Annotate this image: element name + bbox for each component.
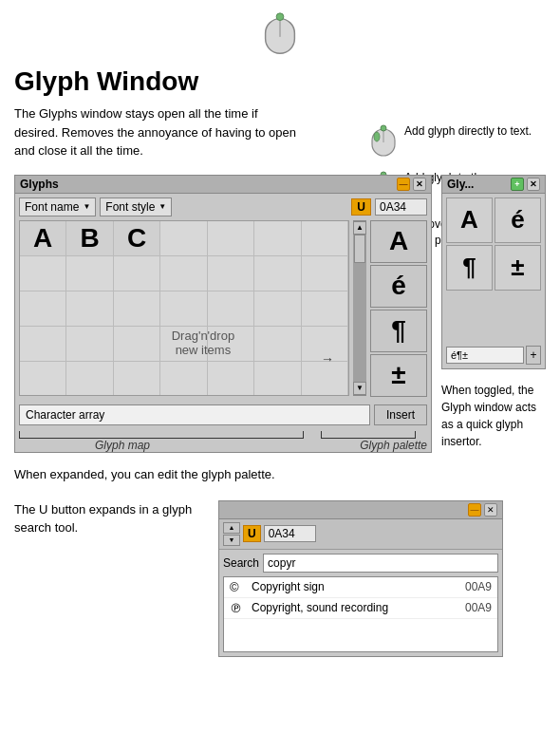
insert-button[interactable]: Insert bbox=[374, 404, 427, 425]
legend-mouse-1 bbox=[370, 123, 397, 160]
grid-cell-empty-3[interactable] bbox=[254, 221, 301, 256]
gly-titlebar: Gly... + ✕ bbox=[442, 176, 545, 194]
gly-bottom: é¶± + bbox=[442, 342, 545, 368]
gly-window: Gly... + ✕ A é ¶ ± é¶± + bbox=[441, 175, 546, 369]
svg-point-2 bbox=[276, 13, 284, 21]
grid-cell-r3-6[interactable] bbox=[254, 291, 301, 327]
grid-cell-r5-7[interactable] bbox=[302, 362, 348, 396]
search-unicode-display[interactable]: 0A34 bbox=[264, 525, 316, 542]
search-titlebar: — ✕ bbox=[219, 501, 502, 519]
palette-cell-e-accent[interactable]: é bbox=[370, 265, 427, 308]
grid-cell-c[interactable]: C bbox=[114, 221, 160, 256]
unicode-input[interactable]: 0A34 bbox=[375, 198, 427, 216]
grid-cell-empty-1[interactable] bbox=[160, 221, 207, 256]
main-content: Glyphs — ✕ Font name ▼ Font style ▼ U 0A… bbox=[14, 175, 546, 453]
grid-cell-r2-4[interactable] bbox=[160, 256, 207, 291]
nav-down-button[interactable]: ▼ bbox=[223, 535, 240, 546]
u-button[interactable]: U bbox=[351, 198, 371, 216]
grid-cell-a[interactable]: A bbox=[20, 221, 66, 256]
grid-cell-r2-3[interactable] bbox=[114, 256, 160, 291]
grid-cell-r3-5[interactable] bbox=[208, 291, 254, 327]
grid-cell-r5-6[interactable] bbox=[254, 362, 301, 396]
font-name-select[interactable]: Font name ▼ bbox=[19, 197, 96, 216]
legend-item-1: Add glyph directly to text. bbox=[370, 123, 536, 160]
grid-cell-r5-3[interactable] bbox=[114, 362, 160, 396]
font-name-arrow: ▼ bbox=[83, 202, 90, 211]
result-code-2: 00A9 bbox=[465, 601, 492, 614]
gly-title: Gly... bbox=[447, 178, 474, 191]
glyph-map-label: Glyph map bbox=[95, 439, 150, 452]
palette-cell-a[interactable]: A bbox=[370, 220, 427, 263]
grid-cell-r4-6[interactable] bbox=[254, 327, 301, 362]
font-style-arrow: ▼ bbox=[159, 202, 166, 211]
grid-cell-r2-6[interactable] bbox=[254, 256, 301, 291]
grid-cell-r5-1[interactable] bbox=[20, 362, 66, 396]
right-panel: Gly... + ✕ A é ¶ ± é¶± + When toggle bbox=[441, 175, 546, 453]
palette-cell-pilcrow[interactable]: ¶ bbox=[370, 310, 427, 352]
gly-cell-a[interactable]: A bbox=[446, 197, 493, 243]
palette-cell-plusminus[interactable]: ± bbox=[370, 354, 427, 397]
grid-cell-empty-4[interactable] bbox=[302, 221, 348, 256]
scrollbar-up-button[interactable]: ▲ bbox=[353, 221, 366, 235]
scrollbar-track bbox=[353, 235, 366, 382]
glyphs-window: Glyphs — ✕ Font name ▼ Font style ▼ U 0A… bbox=[14, 175, 432, 453]
char-array-input[interactable]: Character array bbox=[19, 404, 370, 425]
gly-plus-button[interactable]: + bbox=[526, 346, 541, 365]
nav-up-button[interactable]: ▲ bbox=[223, 522, 240, 534]
glyph-area: A B C bbox=[15, 220, 431, 401]
minimize-button[interactable]: — bbox=[397, 178, 410, 191]
when-expanded-text: When expanded, you can edit the glyph pa… bbox=[14, 467, 394, 481]
gly-cell-pilcrow[interactable]: ¶ bbox=[446, 245, 493, 291]
glyphs-toolbar: Font name ▼ Font style ▼ U 0A34 bbox=[15, 194, 431, 220]
search-u-button[interactable]: U bbox=[243, 525, 261, 542]
bottom-section: The U button expands in a glyph search t… bbox=[14, 500, 546, 657]
grid-cell-r3-7[interactable] bbox=[302, 291, 348, 327]
grid-cell-r4-3[interactable] bbox=[114, 327, 160, 362]
search-result-2[interactable]: ℗ Copyright, sound recording 00A9 bbox=[224, 598, 497, 619]
grid-cell-r2-1[interactable] bbox=[20, 256, 66, 291]
close-button[interactable]: ✕ bbox=[413, 178, 426, 191]
scrollbar-down-button[interactable]: ▼ bbox=[353, 382, 366, 395]
glyph-grid: A B C bbox=[19, 220, 349, 396]
gly-add-button[interactable]: + bbox=[511, 178, 524, 191]
grid-cell-r3-1[interactable] bbox=[20, 291, 66, 327]
gly-grid: A é ¶ ± bbox=[442, 194, 545, 294]
glyph-bottom: Character array Insert bbox=[15, 401, 431, 429]
font-style-select[interactable]: Font style ▼ bbox=[100, 197, 172, 216]
search-toolbar: ▲ ▼ U 0A34 bbox=[219, 519, 502, 550]
grid-cell-r4-4[interactable] bbox=[160, 327, 207, 362]
grid-cell-r4-5[interactable] bbox=[208, 327, 254, 362]
grid-cell-r3-2[interactable] bbox=[66, 291, 113, 327]
grid-cell-r2-7[interactable] bbox=[302, 256, 348, 291]
scrollbar-thumb[interactable] bbox=[354, 235, 365, 263]
top-mouse-icon bbox=[14, 9, 546, 57]
grid-cell-r4-1[interactable] bbox=[20, 327, 66, 362]
grid-cell-r5-4[interactable] bbox=[160, 362, 207, 396]
gly-close-button[interactable]: ✕ bbox=[527, 178, 540, 191]
gly-cell-plusminus[interactable]: ± bbox=[495, 245, 541, 291]
grid-cell-r3-4[interactable] bbox=[160, 291, 207, 327]
grid-scrollbar[interactable]: ▲ ▼ bbox=[353, 220, 366, 396]
svg-point-5 bbox=[381, 125, 386, 131]
result-name-2: Copyright, sound recording bbox=[252, 601, 457, 614]
search-input[interactable] bbox=[263, 554, 498, 573]
result-name-1: Copyright sign bbox=[252, 580, 457, 593]
grid-cell-r2-2[interactable] bbox=[66, 256, 113, 291]
bottom-text: The U button expands in a glyph search t… bbox=[14, 500, 204, 537]
grid-cell-r3-3[interactable] bbox=[114, 291, 160, 327]
grid-cell-r2-5[interactable] bbox=[208, 256, 254, 291]
search-minimize-button[interactable]: — bbox=[468, 503, 481, 517]
search-label: Search bbox=[223, 556, 259, 570]
grid-cell-r5-5[interactable] bbox=[208, 362, 254, 396]
drag-arrow: → bbox=[321, 351, 334, 367]
search-row: Search bbox=[219, 550, 502, 576]
gly-cell-e-accent[interactable]: é bbox=[495, 197, 541, 243]
intro-text: The Glyphs window stays open all the tim… bbox=[14, 104, 299, 160]
grid-cell-b[interactable]: B bbox=[66, 221, 113, 256]
grid-cell-r5-2[interactable] bbox=[66, 362, 113, 396]
grid-cell-r4-2[interactable] bbox=[66, 327, 113, 362]
grid-cell-empty-2[interactable] bbox=[208, 221, 254, 256]
when-toggled-text: When toggled, the Glyph window acts as a… bbox=[441, 382, 546, 450]
search-result-1[interactable]: © Copyright sign 00A9 bbox=[224, 577, 497, 598]
search-close-button[interactable]: ✕ bbox=[484, 503, 497, 517]
